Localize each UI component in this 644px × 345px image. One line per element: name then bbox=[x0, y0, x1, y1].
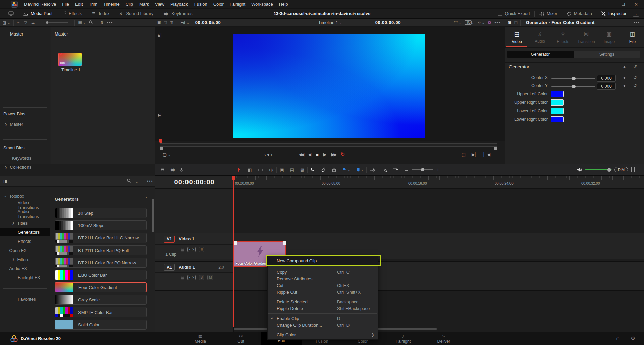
menu-mark[interactable]: Mark bbox=[136, 0, 152, 9]
metadata-toggle[interactable]: Metadata bbox=[562, 9, 596, 19]
playhead-marker[interactable] bbox=[232, 176, 235, 180]
tab-video[interactable]: ▤Video bbox=[505, 27, 528, 47]
audio-track-destination[interactable]: A1 bbox=[164, 264, 175, 271]
generator-item-four-color-gradient[interactable]: Four Color Gradient bbox=[55, 282, 147, 292]
video-track-header[interactable]: V1 Video 1 < > ⠿ 1 Clip bbox=[155, 233, 233, 259]
viewer-options-menu[interactable]: ••• bbox=[494, 20, 501, 25]
go-to-start-button[interactable]: ▏◀ bbox=[484, 152, 490, 157]
track-lock-icon[interactable] bbox=[181, 248, 184, 252]
generator-item-grey-scale[interactable]: Grey Scale bbox=[55, 295, 147, 305]
fx-tree-item-audio-fx[interactable]: ⌄Audio FX bbox=[0, 264, 50, 273]
mixer-toggle[interactable]: Mixer bbox=[535, 9, 562, 19]
menu-item-new-compound-clip-[interactable]: New Compound Clip... bbox=[268, 256, 378, 265]
gang-viewers-icon[interactable]: ⬚ ⌄ bbox=[454, 20, 461, 25]
power-bins-master-item[interactable]: ❯Master bbox=[5, 122, 23, 127]
param-value-field[interactable]: 0.000 bbox=[597, 75, 616, 82]
timeline-thumbnail-label[interactable]: Timeline 1 bbox=[58, 68, 84, 72]
inspector-options-menu[interactable]: ••• bbox=[634, 20, 640, 25]
menu-color[interactable]: Color bbox=[210, 0, 227, 9]
menu-help[interactable]: Help bbox=[276, 0, 291, 9]
razor-edit-mode-tool[interactable] bbox=[258, 168, 263, 172]
zoom-detail-icon[interactable] bbox=[381, 167, 387, 172]
param-slider-knob[interactable] bbox=[572, 77, 576, 80]
stop-button[interactable]: ■ bbox=[316, 152, 319, 157]
auto-select-toggle[interactable]: < > bbox=[187, 275, 196, 280]
play-around-button[interactable]: ▶▏ bbox=[472, 152, 478, 157]
zoom-out-button[interactable]: – bbox=[405, 167, 408, 173]
smart-bins-collections-item[interactable]: ❯Collections bbox=[5, 165, 31, 170]
link-clips-icon[interactable] bbox=[321, 167, 326, 172]
color-swatch[interactable] bbox=[551, 91, 564, 97]
param-value-field[interactable]: 0.000 bbox=[597, 83, 616, 90]
menu-item-clip-color[interactable]: Clip Color❯ bbox=[268, 331, 378, 338]
fx-tree-item-open-fx[interactable]: ⌄Open FX bbox=[0, 246, 50, 255]
window-restore-button[interactable]: ❐ bbox=[622, 2, 625, 7]
track-lock-icon[interactable] bbox=[181, 276, 184, 280]
viewer-scrub-playhead[interactable] bbox=[159, 139, 162, 143]
page-tab-deliver[interactable]: ➣Deliver bbox=[424, 332, 464, 345]
menu-workspace[interactable]: Workspace bbox=[248, 0, 276, 9]
fx-tree-item-favorites[interactable]: Favorites bbox=[0, 295, 50, 303]
page-tab-media[interactable]: ▦Media bbox=[180, 332, 221, 345]
power-bins-header[interactable]: Power Bins bbox=[3, 111, 25, 116]
relink-media-icon[interactable]: ⚯ bbox=[17, 20, 20, 25]
loop-mode-select[interactable]: ▢ ⌄ bbox=[163, 152, 170, 157]
generator-item-10-step[interactable]: 10 Step bbox=[55, 208, 147, 218]
fx-tree-item-effects[interactable]: Effects bbox=[0, 237, 50, 246]
keyframe-diamond-icon[interactable]: ◆ bbox=[623, 84, 626, 87]
timeline-thumbnail[interactable]: ✓ ▤⚙ bbox=[58, 53, 82, 66]
mute-toggle[interactable]: M bbox=[207, 275, 213, 280]
page-tab-cut[interactable]: ✂Cut bbox=[221, 332, 261, 345]
bin-master-item[interactable]: Master bbox=[10, 31, 23, 37]
first-frame-button[interactable]: ◀◀ bbox=[299, 152, 303, 157]
menu-timeline[interactable]: Timeline bbox=[100, 0, 123, 9]
bin-sidebar-toggle[interactable]: ◨ ⌄ bbox=[3, 20, 10, 25]
color-swatch[interactable] bbox=[551, 116, 564, 122]
timeline-inspector-icon[interactable]: ◫ bbox=[514, 20, 517, 25]
generator-section-header[interactable]: Generator bbox=[509, 64, 529, 69]
timeline-ruler[interactable]: 00:00:00:0000:00:08:0000:00:16:0000:00:2… bbox=[234, 176, 644, 189]
jog-control[interactable]: ‹ ● › bbox=[264, 152, 272, 157]
marker-button[interactable]: ⌄ bbox=[356, 167, 364, 172]
playhead-line[interactable] bbox=[233, 176, 234, 327]
last-frame-button[interactable]: ▶▶ bbox=[331, 152, 336, 157]
menu-edit[interactable]: Edit bbox=[72, 0, 86, 9]
timeline-view-options-icon[interactable]: ☴ bbox=[161, 167, 164, 172]
menu-item-cut[interactable]: CutCtrl+X bbox=[268, 282, 378, 289]
fx-tree-item-generators[interactable]: Generators bbox=[0, 228, 50, 236]
fx-tree-item-titles[interactable]: ❯Titles bbox=[0, 219, 50, 227]
presentation-mode-button[interactable] bbox=[4, 9, 18, 19]
menu-item-remove-attributes-[interactable]: Remove Attributes... bbox=[268, 275, 378, 282]
keyframe-diamond-icon[interactable]: ◆ bbox=[623, 76, 626, 79]
generator-item-bt-2111-color-bar-hlg-narrow[interactable]: BT.2111 Color Bar HLG Narrow bbox=[55, 233, 147, 243]
window-minimize-button[interactable]: – bbox=[610, 2, 612, 7]
fx-tree-item-video-transitions[interactable]: Video Transitions bbox=[0, 201, 50, 209]
replace-clip-button[interactable]: ▩ bbox=[300, 167, 304, 172]
quick-export-button[interactable]: Quick Export bbox=[493, 9, 534, 19]
solo-toggle[interactable]: S bbox=[199, 275, 204, 280]
menu-item-copy[interactable]: CopyCtrl+C bbox=[268, 269, 378, 275]
section-reset-icon[interactable]: ↺ bbox=[633, 64, 637, 69]
subtitle-icon[interactable]: 🗩 bbox=[23, 21, 27, 25]
cloud-sync-icon[interactable]: ☁ bbox=[31, 20, 35, 25]
loop-playback-button[interactable]: ↻ bbox=[341, 151, 345, 157]
timeline-zoom-slider[interactable] bbox=[412, 169, 433, 170]
reset-icon[interactable]: ↺ bbox=[633, 83, 637, 88]
zoom-custom-icon[interactable] bbox=[393, 167, 399, 172]
loop-range-button[interactable]: ⬚ bbox=[462, 152, 466, 157]
selection-mode-tool[interactable] bbox=[237, 167, 241, 172]
section-keyframe-icon[interactable]: ◆ bbox=[623, 65, 626, 69]
clip-right-handle[interactable] bbox=[283, 241, 286, 245]
fx-tree-item-filters[interactable]: ❯Filters bbox=[0, 255, 50, 264]
tab-audio[interactable]: ♫Audio bbox=[528, 27, 551, 47]
smart-bins-header[interactable]: Smart Bins bbox=[3, 145, 25, 150]
generator-item-100mv-steps[interactable]: 100mV Steps bbox=[55, 220, 147, 230]
keyframes-toggle[interactable]: ◆◆ Keyframes bbox=[158, 9, 197, 19]
voiceover-mic-icon[interactable] bbox=[180, 167, 184, 172]
generators-scrollbar[interactable] bbox=[152, 199, 154, 232]
menu-item-enable-clip[interactable]: ✓Enable ClipD bbox=[268, 315, 378, 322]
generator-item-solid-color[interactable]: Solid Color bbox=[55, 320, 147, 330]
single-viewer-icon[interactable]: ▣ bbox=[157, 20, 161, 25]
effects-options-menu[interactable]: ••• bbox=[147, 179, 153, 184]
project-manager-home-icon[interactable]: ⌂ bbox=[616, 335, 619, 341]
